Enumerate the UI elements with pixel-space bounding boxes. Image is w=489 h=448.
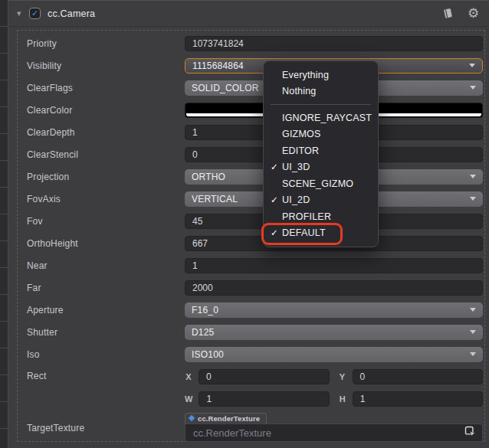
chevron-down-icon — [469, 64, 475, 67]
menu-item-label: IGNORE_RAYCAST — [282, 113, 372, 123]
priority-input[interactable]: 1073741824 — [185, 36, 483, 51]
property-row-clearstencil: ClearStencil0 — [18, 143, 484, 165]
property-row-shutter: ShutterD125 — [18, 321, 484, 343]
menu-item-gizmos[interactable]: GIZMOS — [264, 126, 378, 143]
property-row-near: Near1 — [18, 254, 484, 276]
chevron-down-icon — [470, 175, 476, 178]
menu-item-label: Everything — [282, 70, 329, 80]
property-label: ClearDepth — [18, 127, 185, 138]
docs-book-icon[interactable] — [441, 7, 455, 20]
property-label: FovAxis — [18, 194, 185, 204]
menu-item-ui_3d[interactable]: ✓UI_3D — [264, 159, 378, 176]
checkmark-icon: ✓ — [271, 196, 282, 205]
asset-type-diamond-icon — [189, 415, 195, 421]
component-body: Priority1073741824Visibility1115684864Cl… — [17, 30, 485, 442]
property-row-visibility: Visibility1115684864 — [18, 54, 484, 77]
property-row-fovaxis: FovAxisVERTICAL — [18, 188, 484, 210]
property-row-aperture: ApertureF16_0 — [18, 299, 484, 321]
menu-item-everything[interactable]: Everything — [264, 67, 378, 83]
property-row-iso: IsoISO100 — [18, 343, 484, 365]
property-field: D125 — [185, 325, 483, 340]
asset-type-label: cc.RenderTexture — [198, 414, 260, 423]
axis-label-x: X — [185, 372, 192, 381]
property-label: OrthoHeight — [18, 238, 185, 249]
component-enabled-checkbox[interactable]: ✓ — [29, 8, 41, 19]
select-value: ISO100 — [192, 349, 465, 360]
collapse-arrow-icon[interactable]: ▾ — [17, 8, 29, 18]
property-label: Shutter — [18, 327, 185, 338]
chevron-down-icon — [470, 308, 476, 312]
property-list: Priority1073741824Visibility1115684864Cl… — [18, 32, 484, 442]
property-label: Iso — [18, 349, 185, 360]
targettexture-asset-input[interactable]: cc.RenderTexture — [185, 423, 483, 442]
property-field: ISO100 — [185, 347, 483, 362]
property-label: Visibility — [18, 60, 185, 71]
rect-x-input[interactable]: 0 — [199, 369, 330, 384]
axis-label-h: H — [339, 394, 346, 404]
menu-item-label: PROFILER — [282, 211, 331, 222]
axis-label-y: Y — [339, 372, 346, 381]
menu-item-label: UI_3D — [282, 162, 310, 172]
aperture-select[interactable]: F16_0 — [185, 302, 483, 318]
property-label: Fov — [18, 216, 185, 227]
property-row-orthoheight: OrthoHeight667 — [18, 232, 484, 254]
property-field: 1073741824 — [185, 36, 483, 51]
menu-item-label: GIZMOS — [282, 129, 321, 139]
asset-placeholder: cc.RenderTexture — [193, 427, 464, 439]
menu-item-default[interactable]: ✓DEFAULT — [264, 225, 378, 242]
property-row-clearflags: ClearFlagsSOLID_COLOR — [18, 77, 484, 99]
visibility-dropdown-menu: EverythingNothingIGNORE_RAYCASTGIZMOSEDI… — [263, 60, 379, 247]
menu-item-scene_gizmo[interactable]: SCENE_GIZMO — [264, 175, 378, 192]
property-label: ClearStencil — [18, 149, 185, 160]
property-row-priority: Priority1073741824 — [18, 32, 484, 54]
component-title: cc.Camera — [48, 8, 95, 19]
menu-item-label: SCENE_GIZMO — [282, 178, 353, 189]
chevron-down-icon — [470, 86, 476, 90]
menu-item-profiler[interactable]: PROFILER — [264, 208, 378, 225]
property-row-targettexture: TargetTexturecc.RenderTexturecc.RenderTe… — [18, 410, 484, 442]
select-value: D125 — [192, 327, 465, 338]
asset-picker-icon[interactable] — [464, 426, 476, 440]
property-label: ClearFlags — [18, 83, 185, 93]
iso-select[interactable]: ISO100 — [185, 347, 483, 362]
near-input[interactable]: 1 — [185, 258, 483, 273]
menu-item-ui_2d[interactable]: ✓UI_2D — [264, 192, 378, 209]
rect-subrow: X0Y0 — [185, 365, 483, 388]
property-label: Near — [18, 260, 185, 271]
rect-h-input[interactable]: 1 — [353, 391, 483, 407]
menu-item-editor[interactable]: EDITOR — [264, 142, 378, 159]
asset-field: cc.RenderTexturecc.RenderTexture — [185, 410, 483, 442]
property-row-far: Far2000 — [18, 276, 484, 299]
property-row-cleardepth: ClearDepth1 — [18, 121, 484, 143]
settings-gear-icon[interactable]: ⚙ — [467, 7, 480, 20]
inspector-panel: ▾ ✓ cc.Camera ⚙ Priority1073741824Visibi… — [8, 0, 489, 448]
select-value: F16_0 — [192, 305, 465, 316]
property-field: 2000 — [185, 280, 483, 296]
menu-item-nothing[interactable]: Nothing — [264, 83, 378, 100]
menu-item-label: DEFAULT — [282, 227, 326, 238]
property-label: Far — [18, 283, 185, 293]
checkmark-icon: ✓ — [271, 163, 282, 172]
property-field: 1 — [185, 258, 483, 273]
property-row-fov: Fov45 — [18, 210, 484, 232]
rect-fields: X0Y0W1H1 — [185, 365, 483, 410]
rect-subrow: W1H1 — [185, 388, 483, 410]
property-row-projection: ProjectionORTHO — [18, 165, 484, 188]
menu-item-ignore_raycast[interactable]: IGNORE_RAYCAST — [264, 110, 378, 126]
shutter-select[interactable]: D125 — [185, 325, 483, 340]
property-label: ClearColor — [18, 105, 185, 116]
chevron-down-icon — [470, 197, 476, 201]
menu-divider — [271, 104, 371, 105]
adjacent-panel-edge — [0, 0, 8, 448]
property-row-rect: RectX0Y0W1H1 — [18, 365, 484, 410]
menu-item-label: UI_2D — [282, 195, 310, 205]
rect-w-input[interactable]: 1 — [199, 391, 329, 407]
property-label: TargetTexture — [18, 423, 185, 433]
chevron-down-icon — [470, 352, 476, 356]
rect-y-input[interactable]: 0 — [353, 369, 484, 384]
property-row-clearcolor: ClearColor — [18, 99, 484, 121]
component-header: ▾ ✓ cc.Camera ⚙ — [8, 1, 489, 27]
axis-label-w: W — [185, 394, 192, 404]
checkmark-icon: ✓ — [271, 229, 282, 238]
far-input[interactable]: 2000 — [185, 280, 483, 296]
